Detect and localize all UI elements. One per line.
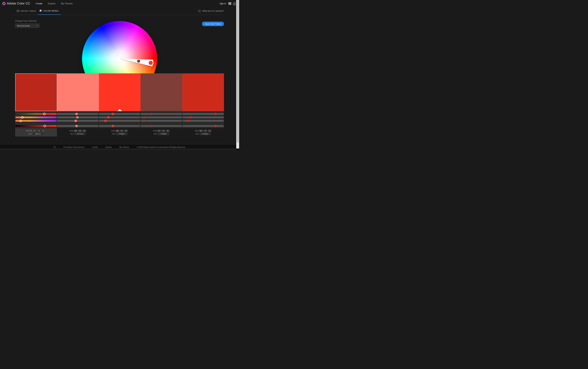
top-nav: Adobe Color CC Create Explore My Themes … [0, 0, 239, 7]
footer-create[interactable]: Create [92, 146, 98, 148]
hex-0[interactable]: BB271A [33, 133, 44, 135]
rgb-r-4[interactable]: 204 [199, 130, 203, 132]
cc-libraries-link[interactable]: What are CC Libraries? [199, 10, 224, 12]
harmony-selected-value: Monochromatic [17, 25, 30, 27]
rgb-b-2[interactable]: 35 [124, 130, 128, 132]
harmony-group: Change Color Harmony Monochromatic [15, 20, 40, 28]
slider-row-2 [15, 116, 224, 119]
chevron-down-icon [36, 25, 38, 26]
slider-2-0[interactable] [15, 117, 57, 118]
image-icon [17, 10, 19, 12]
top-nav-right: Sign In [220, 2, 237, 5]
rgb-g-4[interactable]: 43 [203, 130, 207, 132]
hex-label: HEX [112, 133, 116, 135]
nav-my-themes[interactable]: My Themes [61, 2, 73, 5]
swatch-row [15, 73, 224, 111]
rgb-label: RGB [70, 130, 73, 132]
rgb-b-3[interactable]: 56 [166, 130, 170, 132]
slider-4-1[interactable] [57, 125, 99, 127]
slider-4-2[interactable] [99, 125, 140, 127]
apps-grid-icon[interactable] [229, 2, 231, 5]
harmony-label: Change Color Harmony [15, 20, 40, 22]
hex-label: HEX [195, 133, 199, 135]
footer-cc-icon [54, 146, 56, 148]
rgb-g-1[interactable]: 124 [78, 130, 82, 132]
slider-3-0[interactable] [15, 120, 57, 122]
hex-label: HEX [154, 133, 158, 135]
hex-label: HEX [70, 133, 74, 135]
value-col-4: RGB 204 43 28 HEX CC2B1C [182, 128, 224, 137]
values-row: RGB 187 39 26 HEX BB271A RGB 255 124 112… [15, 128, 224, 137]
rgb-g-3[interactable]: 62 [162, 130, 165, 132]
swatch-3[interactable] [141, 73, 182, 111]
rgb-label: RGB [29, 130, 32, 132]
slider-3-4[interactable] [182, 120, 224, 122]
hex-2[interactable]: FF3523 [116, 133, 127, 135]
value-col-1: RGB 255 124 112 HEX FF7C70 [57, 128, 99, 137]
rgb-r-0[interactable]: 187 [33, 130, 37, 132]
tab-color-wheel[interactable]: COLOR WHEEL [38, 7, 61, 15]
hex-4[interactable]: CC2B1C [200, 133, 211, 135]
slider-3-2[interactable] [99, 120, 140, 122]
rgb-label: RGB [111, 130, 115, 132]
color-wheel-icon [40, 10, 42, 12]
slider-1-4[interactable] [182, 113, 224, 115]
slider-4-0[interactable] [15, 125, 57, 127]
footer-my-themes[interactable]: My Themes [119, 146, 129, 148]
app-title: Adobe Color CC [7, 2, 30, 5]
tab-color-wheel-label: COLOR WHEEL [43, 10, 59, 12]
rgb-r-2[interactable]: 255 [116, 130, 119, 132]
rgb-label: RGB [153, 130, 157, 132]
sub-tabs: IMPORT IMAGE COLOR WHEEL What are CC Lib… [15, 7, 224, 15]
rgb-g-2[interactable]: 53 [120, 130, 124, 132]
hex-1[interactable]: FF7C70 [74, 133, 85, 135]
app-logo-icon [2, 2, 6, 5]
slider-row-3 [15, 120, 224, 122]
rgb-r-3[interactable]: 127 [157, 130, 161, 132]
slider-3-3[interactable] [141, 120, 182, 122]
slider-1-3[interactable] [141, 113, 182, 115]
swatch-4[interactable] [182, 73, 224, 111]
slider-2-3[interactable] [141, 117, 182, 118]
footer-service: A Creative Cloud Service [63, 146, 84, 148]
slider-4-3[interactable] [141, 125, 182, 127]
footer-explore[interactable]: Explore [105, 146, 112, 148]
tab-import-image[interactable]: IMPORT IMAGE [15, 7, 38, 15]
swatch-0[interactable] [15, 73, 57, 111]
slider-2-4[interactable] [182, 117, 224, 118]
value-col-3: RGB 127 62 56 HEX 7F3E38 [140, 128, 182, 137]
slider-3-1[interactable] [57, 120, 99, 122]
rgb-b-1[interactable]: 112 [82, 130, 86, 132]
slider-panel [15, 111, 224, 128]
top-nav-links: Create Explore My Themes [36, 2, 73, 5]
slider-1-2[interactable] [99, 113, 140, 115]
slider-row-4 [15, 125, 224, 127]
slider-2-1[interactable] [57, 117, 99, 118]
rgb-b-0[interactable]: 26 [42, 130, 45, 132]
value-col-2: RGB 255 53 35 HEX FF3523 [99, 128, 141, 137]
vertical-scrollbar[interactable] [236, 0, 239, 149]
slider-1-0[interactable] [15, 113, 57, 115]
cc-libraries-label: What are CC Libraries? [202, 10, 224, 12]
rgb-label: RGB [195, 130, 199, 132]
slider-2-2[interactable] [99, 117, 140, 118]
harmony-select[interactable]: Monochromatic [15, 24, 40, 28]
rgb-r-1[interactable]: 255 [74, 130, 78, 132]
save-color-theme-button[interactable]: Save Color Theme [202, 22, 224, 26]
hex-3[interactable]: 7F3E38 [158, 133, 169, 135]
nav-explore[interactable]: Explore [48, 2, 55, 5]
slider-1-1[interactable] [57, 113, 99, 115]
creative-cloud-small-icon [199, 10, 201, 12]
swatch-1[interactable] [57, 73, 99, 111]
horizontal-scrollbar[interactable] [0, 149, 236, 150]
swatch-2[interactable] [99, 73, 141, 111]
nav-create[interactable]: Create [36, 2, 42, 5]
active-swatch-indicator-icon [117, 109, 122, 111]
footer-copyright: © 2016 Adobe Systems Incorporated. All R… [137, 146, 185, 148]
hex-label: HEX [28, 133, 32, 135]
sign-in-link[interactable]: Sign In [220, 2, 226, 5]
rgb-b-4[interactable]: 28 [208, 130, 211, 132]
expand-color-model-icon[interactable] [27, 130, 28, 131]
slider-4-4[interactable] [182, 125, 224, 127]
rgb-g-0[interactable]: 39 [37, 130, 41, 132]
